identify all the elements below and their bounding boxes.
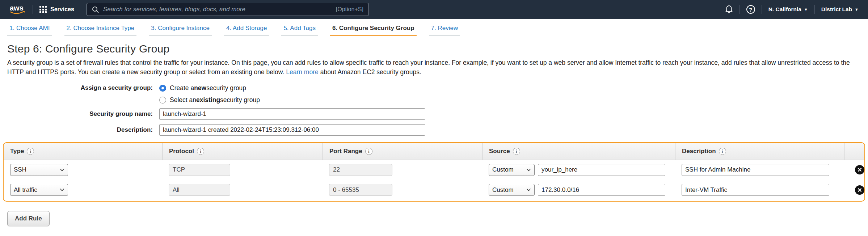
type-select-value: All traffic (14, 186, 37, 194)
radio-create-text-post: security group (206, 84, 246, 92)
security-group-name-label: Security group name: (0, 110, 159, 118)
rules-table-header: Type Protocol Port Range Source Descript… (4, 143, 864, 160)
radio-option-select-existing[interactable]: Select an existing security group (159, 96, 868, 104)
region-label: N. California (768, 6, 801, 13)
learn-more-link[interactable]: Learn more (286, 68, 319, 76)
top-navigation-bar: aws Services [Option+S] ? N. California … (0, 0, 868, 19)
aws-logo-icon: aws (9, 3, 26, 16)
search-shortcut-hint: [Option+S] (336, 6, 363, 13)
page-title: Step 6: Configure Security Group (7, 43, 868, 55)
topbar-divider (814, 5, 815, 14)
radio-option-create-new[interactable]: Create a new security group (159, 84, 868, 92)
intro-text: A security group is a set of firewall ru… (7, 59, 850, 76)
delete-rule-button[interactable] (855, 185, 864, 195)
protocol-field-disabled: All (169, 184, 230, 196)
topbar-divider (33, 5, 33, 14)
tab-choose-ami[interactable]: 1. Choose AMI (7, 25, 52, 36)
port-range-field-disabled: 22 (329, 164, 392, 176)
wizard-step-tabs: 1. Choose AMI 2. Choose Instance Type 3.… (0, 19, 868, 36)
tab-add-storage[interactable]: 4. Add Storage (224, 25, 269, 36)
chevron-down-icon: ▼ (804, 7, 808, 12)
info-icon[interactable] (365, 148, 372, 155)
chevron-down-icon (526, 168, 531, 172)
account-label: District Lab (821, 6, 852, 13)
rule-description-input[interactable] (682, 184, 829, 196)
header-description-label: Description (682, 148, 716, 155)
assign-security-group-label: Assign a security group: (0, 84, 159, 92)
region-selector[interactable]: N. California ▼ (768, 6, 808, 13)
header-type-label: Type (10, 148, 24, 155)
port-range-field-disabled: 0 - 65535 (329, 184, 392, 196)
type-select[interactable]: SSH (10, 164, 68, 176)
source-mode-value: Custom (492, 166, 514, 173)
security-group-form: Assign a security group: Create a new se… (0, 84, 868, 136)
add-rule-button[interactable]: Add Rule (7, 211, 50, 226)
chevron-down-icon: ▼ (855, 7, 859, 12)
svg-text:aws: aws (10, 4, 24, 12)
description-input[interactable] (159, 124, 425, 136)
header-port-range: Port Range (323, 143, 482, 160)
header-type: Type (4, 143, 162, 160)
header-protocol: Protocol (162, 143, 323, 160)
rule-row-ssh: SSH TCP 22 Custom (4, 160, 864, 180)
security-group-name-input[interactable] (159, 108, 425, 120)
close-icon (858, 188, 862, 192)
header-description: Description (675, 143, 844, 160)
header-source-label: Source (489, 148, 510, 155)
close-icon (858, 168, 862, 172)
aws-logo[interactable]: aws (9, 3, 26, 16)
radio-create-new[interactable] (159, 85, 166, 92)
rule-description-input[interactable] (682, 164, 829, 176)
topbar-divider (762, 5, 762, 14)
type-select[interactable]: All traffic (10, 184, 68, 196)
radio-existing-text-pre: Select an (170, 96, 196, 104)
tab-choose-instance-type[interactable]: 2. Choose Instance Type (64, 25, 137, 36)
header-port-range-label: Port Range (329, 148, 362, 155)
tab-add-tags[interactable]: 5. Add Tags (281, 25, 318, 36)
search-input[interactable] (103, 6, 336, 13)
search-icon (92, 6, 99, 13)
source-mode-select[interactable]: Custom (489, 164, 535, 176)
services-grid-icon (39, 6, 47, 13)
services-label: Services (50, 6, 74, 13)
header-source: Source (482, 143, 675, 160)
tab-configure-instance[interactable]: 3. Configure Instance (149, 25, 212, 36)
services-menu-button[interactable]: Services (39, 6, 74, 13)
radio-existing-text-bold: existing (196, 96, 220, 104)
tab-review[interactable]: 7. Review (429, 25, 460, 36)
radio-select-existing[interactable] (159, 97, 166, 104)
chevron-down-icon (60, 188, 64, 191)
protocol-field-disabled: TCP (169, 164, 230, 176)
topbar-divider (740, 5, 740, 14)
chevron-down-icon (60, 168, 64, 172)
info-icon[interactable] (27, 148, 34, 155)
radio-create-text-pre: Create a (170, 84, 194, 92)
notifications-button[interactable] (725, 5, 733, 14)
header-protocol-label: Protocol (169, 148, 194, 155)
chevron-down-icon (526, 188, 531, 191)
header-actions (844, 143, 864, 160)
intro-text-after: about Amazon EC2 security groups. (320, 68, 421, 76)
info-icon[interactable] (197, 148, 204, 155)
rule-row-all-traffic: All traffic All 0 - 65535 Custom (4, 180, 864, 200)
global-search-box[interactable]: [Option+S] (87, 3, 369, 16)
delete-rule-button[interactable] (855, 165, 864, 174)
radio-create-text-bold: new (194, 84, 206, 92)
source-value-input[interactable] (538, 184, 665, 196)
bell-icon (725, 5, 733, 14)
source-mode-value: Custom (492, 186, 514, 194)
security-rules-table: Type Protocol Port Range Source Descript… (3, 142, 865, 202)
description-label: Description: (0, 126, 159, 134)
tab-configure-security-group[interactable]: 6. Configure Security Group (330, 25, 417, 36)
info-icon[interactable] (513, 148, 520, 155)
radio-existing-text-post: security group (220, 96, 260, 104)
help-icon: ? (746, 5, 755, 14)
info-icon[interactable] (719, 148, 726, 155)
help-button[interactable]: ? (746, 5, 755, 14)
source-mode-select[interactable]: Custom (489, 184, 535, 196)
source-value-input[interactable] (538, 164, 665, 176)
type-select-value: SSH (14, 166, 26, 173)
page-intro: A security group is a set of firewall ru… (7, 58, 859, 77)
main-content: Step 6: Configure Security Group A secur… (0, 43, 868, 226)
account-menu[interactable]: District Lab ▼ (821, 6, 859, 13)
